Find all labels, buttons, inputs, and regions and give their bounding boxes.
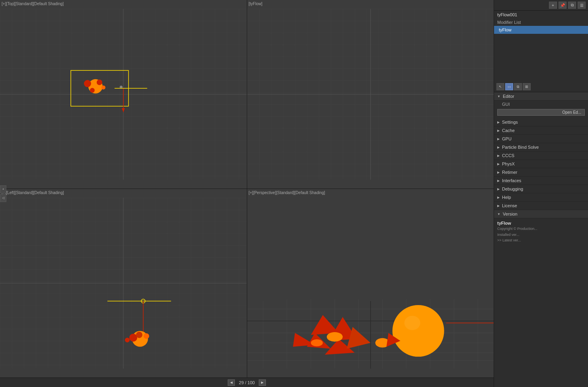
section-gpu[interactable]: ▶ GPU <box>494 135 588 143</box>
section-editor[interactable]: ▼ Editor <box>494 92 588 101</box>
next-frame-button[interactable]: ► <box>259 379 266 386</box>
frame-counter: 29 / 100 <box>239 380 255 385</box>
section-pbs-label: Particle Bind Solve <box>502 145 539 150</box>
svg-point-75 <box>392 305 444 357</box>
section-cache-arrow: ▶ <box>497 129 500 132</box>
section-particle-bind-solve[interactable]: ▶ Particle Bind Solve <box>494 143 588 152</box>
section-interfaces[interactable]: ▶ Interfaces <box>494 177 588 185</box>
section-cccs[interactable]: ▶ CCCS <box>494 152 588 160</box>
section-cache-label: Cache <box>502 128 515 133</box>
section-pbs-arrow: ▶ <box>497 146 500 149</box>
open-editor-row: Open Ed... <box>494 108 588 118</box>
section-physx[interactable]: ▶ PhysX <box>494 160 588 168</box>
viewport-top-left[interactable]: [+][Top][Standard][Default Shading] <box>0 0 247 189</box>
section-version-arrow: ▼ <box>497 212 500 216</box>
section-physx-label: PhysX <box>502 161 515 166</box>
section-help-arrow: ▶ <box>497 196 500 199</box>
viewport-canvas-tr: ⊕ <box>247 0 494 189</box>
section-gpu-arrow: ▶ <box>497 137 500 141</box>
viewport-bottom-left[interactable]: [+][Left][Standard][Default Shading] <box>0 189 247 377</box>
section-debugging-arrow: ▶ <box>497 187 500 191</box>
viewport-canvas-tl: ⊕ <box>0 0 247 189</box>
section-license[interactable]: ▶ License <box>494 202 588 210</box>
bottom-bar: ◄ 29 / 100 ► <box>0 377 494 387</box>
section-version[interactable]: ▼ Version <box>494 210 588 218</box>
version-app-name: tyFlow <box>497 221 585 226</box>
viewport-grid: [+][Top][Standard][Default Shading] <box>0 0 494 377</box>
left-icon-1[interactable]: + <box>0 185 6 193</box>
svg-point-8 <box>90 88 95 93</box>
section-debugging-label: Debugging <box>502 187 523 191</box>
section-editor-label: Editor <box>503 94 514 99</box>
svg-point-9 <box>102 86 105 89</box>
section-help-label: Help <box>502 195 511 200</box>
svg-point-74 <box>311 339 322 346</box>
section-license-label: License <box>502 203 517 208</box>
svg-point-7 <box>97 80 102 85</box>
version-copyright: Copyright © Production... <box>497 226 585 231</box>
object-name: tyFlow001 <box>494 11 588 19</box>
toolbar-icon-copy2[interactable]: ⧉ <box>514 83 522 90</box>
section-physx-arrow: ▶ <box>497 162 500 166</box>
header-icon-pin[interactable]: 📌 <box>559 2 567 9</box>
section-settings-arrow: ▶ <box>497 121 500 124</box>
toolbar-icon-cursor[interactable]: ↖ <box>496 83 504 90</box>
viewport-canvas-bl <box>0 189 247 377</box>
svg-point-76 <box>404 316 420 330</box>
section-retimer-label: Retimer <box>502 170 518 175</box>
left-toolbar: + ◁ <box>0 185 6 202</box>
section-license-arrow: ▶ <box>497 204 500 208</box>
viewport-area: + ◁ [+][Top][Standard][Default Shading] <box>0 0 494 387</box>
header-icon-plus[interactable]: + <box>549 2 557 9</box>
section-interfaces-label: Interfaces <box>502 178 521 183</box>
open-editor-button[interactable]: Open Ed... <box>497 109 585 116</box>
section-retimer-arrow: ▶ <box>497 171 500 174</box>
section-gpu-label: GPU <box>502 136 512 141</box>
svg-point-39 <box>136 332 143 338</box>
toolbar-icon-rect[interactable]: ▭ <box>505 83 513 90</box>
header-icon-copy[interactable]: ⧉ <box>568 2 576 9</box>
header-icon-menu[interactable]: ☰ <box>578 2 586 9</box>
modifier-toolbar: ↖ ▭ ⧉ ⊞ <box>494 82 588 92</box>
section-settings[interactable]: ▶ Settings <box>494 118 588 126</box>
section-interfaces-arrow: ▶ <box>497 179 500 183</box>
right-panel: + 📌 ⧉ ☰ tyFlow001 Modifier List tyFlow ↖… <box>494 0 588 387</box>
prev-frame-button[interactable]: ◄ <box>228 379 235 386</box>
section-debugging[interactable]: ▶ Debugging <box>494 185 588 193</box>
left-icon-2[interactable]: ◁ <box>0 194 6 202</box>
gui-label: GUI <box>502 102 510 107</box>
toolbar-icon-grid[interactable]: ⊞ <box>523 83 531 90</box>
right-panel-header: + 📌 ⧉ ☰ <box>494 0 588 11</box>
svg-point-6 <box>84 80 91 87</box>
gui-row: GUI <box>494 101 588 108</box>
viewport-bottom-right[interactable]: [+][Perspective][Standard][Default Shadi… <box>247 189 494 377</box>
version-installed: Installed ver... <box>497 232 585 237</box>
sections-list: ▶ Settings ▶ Cache ▶ GPU ▶ Particle Bind… <box>494 118 588 210</box>
modifier-empty-area <box>494 34 588 82</box>
section-version-label: Version <box>503 212 518 216</box>
version-content: tyFlow Copyright © Production... Install… <box>494 218 588 245</box>
viewport-top-right[interactable]: [tyFlow] <box>247 0 494 189</box>
version-latest: >> Latest ver... <box>497 238 585 243</box>
modifier-item-tyflow[interactable]: tyFlow <box>494 26 588 34</box>
section-editor-arrow: ▼ <box>497 95 500 98</box>
modifier-list-label: Modifier List <box>494 19 588 26</box>
section-cccs-label: CCCS <box>502 153 514 158</box>
svg-point-41 <box>125 338 130 342</box>
svg-point-73 <box>326 332 342 342</box>
section-cache[interactable]: ▶ Cache <box>494 126 588 135</box>
svg-point-40 <box>144 333 149 339</box>
section-cccs-arrow: ▶ <box>497 154 500 158</box>
section-retimer[interactable]: ▶ Retimer <box>494 168 588 177</box>
viewport-canvas-br: TF TY*FLOW <box>247 189 494 377</box>
section-settings-label: Settings <box>502 120 518 124</box>
section-help[interactable]: ▶ Help <box>494 193 588 202</box>
